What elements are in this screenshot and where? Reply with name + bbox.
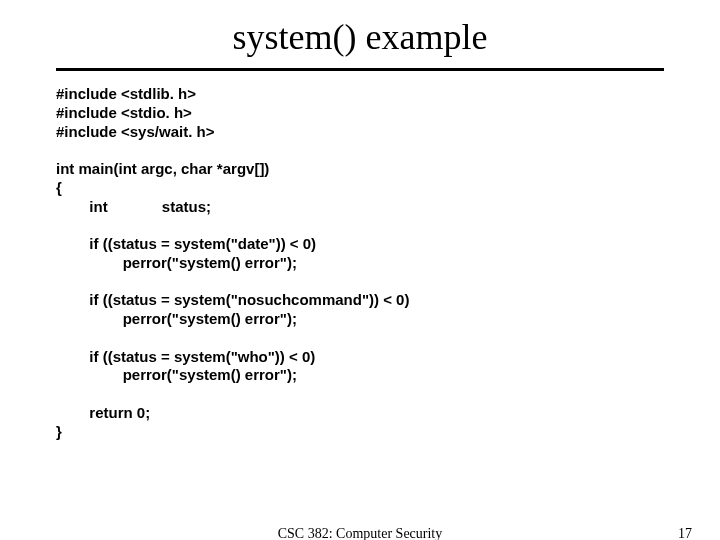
footer-course: CSC 382: Computer Security <box>278 526 443 540</box>
footer-page-number: 17 <box>678 526 692 540</box>
title-underline <box>56 68 664 71</box>
code-block: #include <stdlib. h> #include <stdio. h>… <box>56 85 720 441</box>
slide: system() example #include <stdlib. h> #i… <box>0 0 720 540</box>
slide-title: system() example <box>0 0 720 68</box>
